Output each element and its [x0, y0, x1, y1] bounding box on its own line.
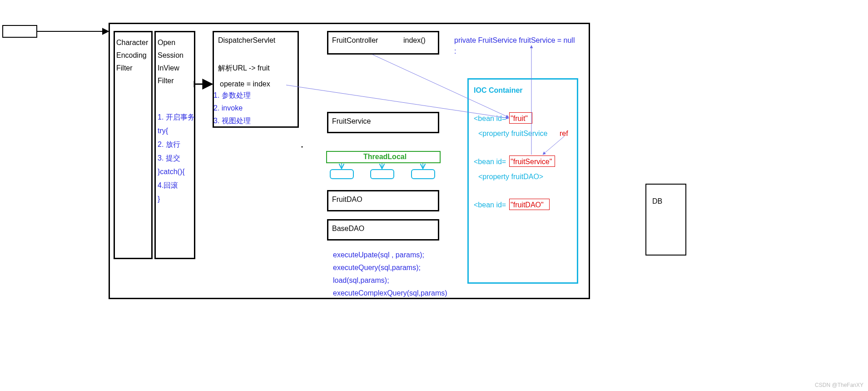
entry-box [2, 25, 37, 38]
db-box [645, 184, 686, 256]
dispatcher-steps: 1. 参数处理 2. invoke 3. 视图处理 [213, 89, 251, 127]
fruit-controller-method: index() [403, 36, 426, 45]
session-filter-label: Open Session InView Filter [158, 36, 184, 87]
bean3-prefix: <bean id= [474, 201, 506, 209]
bean1-prop: <property fruitService [478, 130, 548, 138]
base-dao-label: BaseDAO [332, 225, 364, 233]
dispatcher-line1: 解析URL -> fruit [218, 64, 270, 73]
declaration-label: private FruitService fruitService = null… [454, 35, 575, 57]
ioc-title: IOC Container [474, 86, 523, 95]
fruit-controller-label: FruitController [332, 36, 378, 45]
fruit-dao-label: FruitDAO [332, 196, 362, 204]
thread-local-label: ThreadLocal [363, 153, 407, 161]
bean2-id: "fruitService" [511, 158, 552, 166]
bean1-prefix: <bean id= [474, 115, 506, 123]
db-label: DB [652, 197, 662, 206]
char-encoding-filter-label: Character Encoding Filter [116, 36, 148, 75]
thread-local-slot-1 [330, 169, 354, 179]
dispatcher-line2: operate = index [220, 80, 270, 88]
dao-methods-label: executeUpate(sql , params); executeQuery… [333, 249, 447, 300]
bean1-ref: ref [560, 130, 568, 138]
bean1-id: "fruit" [511, 115, 528, 123]
bean2-prop: <property fruitDAO> [478, 173, 543, 181]
bean2-prefix: <bean id= [474, 158, 506, 166]
bean3-id: "fruitDAO" [511, 201, 544, 209]
thread-local-slot-3 [411, 169, 435, 179]
thread-local-slot-2 [370, 169, 394, 179]
dispatcher-title: DispatcherServlet [218, 36, 275, 45]
diagram-stage: Character Encoding Filter Open Session I… [0, 0, 868, 391]
watermark: CSDN @TheFanXY [815, 382, 863, 388]
tx-steps-label: 1. 开启事务 try{ 2. 放行 3. 提交 }catch(){ 4.回滚 … [158, 110, 195, 206]
ioc-container-box [467, 78, 578, 284]
fruit-service-label: FruitService [332, 117, 371, 125]
